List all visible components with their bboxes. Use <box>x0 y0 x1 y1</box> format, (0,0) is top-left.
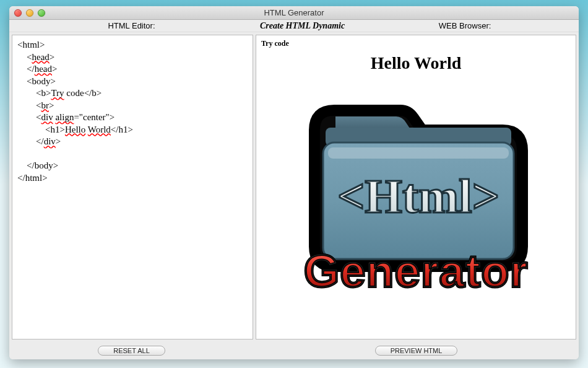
logo-html-text: <Html> <box>337 169 499 223</box>
app-logo: <Html> Generator Generator <box>261 92 571 302</box>
html-preview: Try code Hello World <box>256 35 576 339</box>
titlebar: HTML Generator <box>9 6 579 20</box>
browser-pane-label: WEB Browser: <box>351 21 579 30</box>
traffic-lights <box>9 9 45 17</box>
footer-row: RESET ALL PREVIEW HTML <box>9 342 579 359</box>
reset-all-button[interactable]: RESET ALL <box>98 346 165 356</box>
folder-icon: <Html> Generator Generator <box>292 92 540 302</box>
editor-pane-label: HTML Editor: <box>9 21 254 30</box>
content-area: <html> <head> </head> <body> <b>Try code… <box>9 32 579 342</box>
preview-heading: Hello World <box>261 53 571 73</box>
app-window: HTML Generator HTML Editor: Create HTML … <box>9 6 579 359</box>
preview-bold-text: Try code <box>261 39 571 48</box>
editor-pane: <html> <head> </head> <body> <b>Try code… <box>12 35 253 340</box>
svg-rect-2 <box>328 147 509 159</box>
close-icon[interactable] <box>14 9 22 17</box>
maximize-icon[interactable] <box>38 9 45 17</box>
preview-html-button[interactable]: PREVIEW HTML <box>375 346 458 356</box>
browser-pane: Try code Hello World <box>256 35 576 340</box>
html-editor[interactable]: <html> <head> </head> <body> <b>Try code… <box>12 35 253 339</box>
minimize-icon[interactable] <box>26 9 33 17</box>
window-title: HTML Generator <box>9 8 579 17</box>
svg-text:Generator: Generator <box>304 245 529 297</box>
app-subtitle: Create HTML Dynamic <box>254 21 351 31</box>
header-row: HTML Editor: Create HTML Dynamic WEB Bro… <box>9 20 579 32</box>
